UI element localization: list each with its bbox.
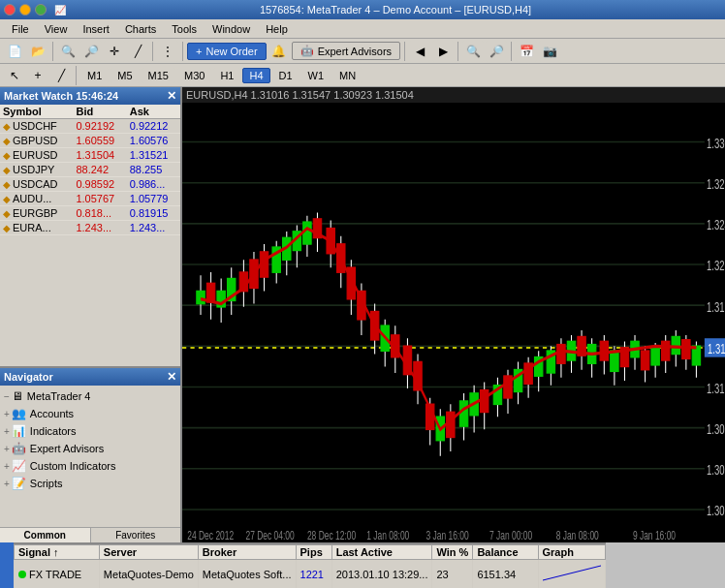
scroll-left-icon[interactable]: ◀ <box>409 41 430 62</box>
zoom-out-icon[interactable]: 🔎 <box>80 41 102 62</box>
menu-window[interactable]: Window <box>205 21 258 37</box>
tf-m15[interactable]: M15 <box>142 68 175 83</box>
screenshot-icon[interactable]: 📷 <box>539 41 560 62</box>
signal-name: FX TRADE <box>15 560 100 589</box>
svg-rect-73 <box>459 401 467 426</box>
nav-item-accounts[interactable]: + 👥 Accounts <box>2 405 178 422</box>
col-graph[interactable]: Graph <box>538 545 605 560</box>
tf-h1[interactable]: H1 <box>213 68 240 83</box>
signal-row[interactable]: FX TRADE MetaQuotes-Demo MetaQuotes Soft… <box>15 560 606 589</box>
menu-charts[interactable]: Charts <box>117 21 164 37</box>
navigator-close[interactable]: ✕ <box>167 370 176 384</box>
nav-item-scripts[interactable]: + 📝 Scripts <box>2 475 178 492</box>
market-watch-close[interactable]: ✕ <box>167 89 176 103</box>
tf-m30[interactable]: M30 <box>177 68 211 83</box>
period-sep-icon[interactable]: ⋮ <box>157 41 178 62</box>
tf-h4[interactable]: H4 <box>242 68 269 83</box>
nav-item-custom-indicators[interactable]: + 📈 Custom Indicators <box>2 457 178 475</box>
new-order-button[interactable]: + New Order <box>187 43 267 60</box>
zoom-chart-out[interactable]: 🔎 <box>486 41 507 62</box>
nav-item-expert-advisors[interactable]: + 🤖 Expert Advisors <box>2 440 178 457</box>
draw-line-icon[interactable]: ╱ <box>50 65 72 86</box>
svg-text:1.31504: 1.31504 <box>708 341 725 357</box>
svg-rect-109 <box>651 348 659 365</box>
mw-symbol: ◆AUDU... <box>0 192 73 206</box>
open-icon[interactable]: 📂 <box>27 41 48 62</box>
close-button[interactable] <box>4 4 16 15</box>
tf-m5[interactable]: M5 <box>110 68 139 83</box>
svg-text:1.30855: 1.30855 <box>707 421 725 438</box>
calendar-icon[interactable]: 📅 <box>516 41 537 62</box>
nav-tab-favorites[interactable]: Favorites <box>91 528 181 542</box>
mw-row[interactable]: ◆EURGBP 0.818... 0.81915 <box>0 206 180 221</box>
chart-svg: 1.33085 1.32725 1.32415 1.32100 1.31790 … <box>182 103 725 542</box>
minimize-button[interactable] <box>19 4 31 15</box>
col-signal[interactable]: Signal ↑ <box>15 545 100 560</box>
new-chart-icon[interactable]: 📄 <box>4 41 25 62</box>
svg-text:1.33085: 1.33085 <box>707 136 725 152</box>
zoom-in-icon[interactable]: 🔍 <box>57 41 79 62</box>
left-panel: Market Watch 15:46:24 ✕ Symbol Bid Ask ◆… <box>0 87 182 542</box>
crosshair-icon[interactable]: ✛ <box>104 41 125 62</box>
mw-symbol: ◆USDJPY <box>0 163 73 177</box>
mw-row[interactable]: ◆EURA... 1.243... 1.243... <box>0 221 180 235</box>
expand-icon: + <box>4 479 10 489</box>
svg-text:27 Dec 04:00: 27 Dec 04:00 <box>246 528 295 542</box>
nav-item-indicators[interactable]: + 📊 Indicators <box>2 422 178 440</box>
tf-m1[interactable]: M1 <box>80 68 109 83</box>
mw-bid: 0.92192 <box>73 119 126 134</box>
window-title: 1576854: MetaTrader 4 – Demo Account – [… <box>70 4 721 15</box>
chart-title: EURUSD,H4 1.31016 1.31547 1.30923 1.3150… <box>186 89 414 101</box>
terminal-label[interactable]: Terminal <box>0 542 14 588</box>
chart-canvas[interactable]: 1.33085 1.32725 1.32415 1.32100 1.31790 … <box>182 103 725 542</box>
mw-row[interactable]: ◆USDJPY 88.242 88.255 <box>0 163 180 177</box>
nav-tab-common[interactable]: Common <box>0 528 91 542</box>
chart-area[interactable]: EURUSD,H4 1.31016 1.31547 1.30923 1.3150… <box>182 87 725 542</box>
svg-rect-25 <box>197 292 205 304</box>
nav-item-metatrader-4[interactable]: − 🖥 MetaTrader 4 <box>2 387 178 405</box>
line-icon[interactable]: ╱ <box>127 41 148 62</box>
col-server[interactable]: Server <box>99 545 198 560</box>
expert-icon: 🤖 <box>300 45 314 57</box>
alert-icon[interactable]: 🔔 <box>268 41 290 62</box>
mw-row[interactable]: ◆GBPUSD 1.60559 1.60576 <box>0 134 180 148</box>
mw-row[interactable]: ◆USDCAD 0.98592 0.986... <box>0 177 180 192</box>
col-broker[interactable]: Broker <box>198 545 296 560</box>
cursor-icon[interactable]: ↖ <box>4 65 25 86</box>
window-controls[interactable] <box>4 4 47 15</box>
mw-col-symbol[interactable]: Symbol <box>0 105 73 119</box>
tf-d1[interactable]: D1 <box>272 68 299 83</box>
tf-sep <box>76 66 77 85</box>
diamond-icon: ◆ <box>3 165 11 175</box>
mw-row[interactable]: ◆EURUSD 1.31504 1.31521 <box>0 148 180 163</box>
menu-help[interactable]: Help <box>258 21 296 37</box>
scroll-right-icon[interactable]: ▶ <box>432 41 454 62</box>
mw-row[interactable]: ◆AUDU... 1.05767 1.05779 <box>0 192 180 206</box>
menu-file[interactable]: File <box>4 21 37 37</box>
svg-text:1.31165: 1.31165 <box>707 381 725 397</box>
col-win-pct[interactable]: Win % <box>432 545 473 560</box>
mw-col-bid[interactable]: Bid <box>73 105 126 119</box>
svg-rect-107 <box>641 351 648 369</box>
signal-server: MetaQuotes-Demo <box>99 560 198 589</box>
maximize-button[interactable] <box>35 4 47 15</box>
col-pips[interactable]: Pips <box>296 545 331 560</box>
mw-row[interactable]: ◆USDCHF 0.92192 0.92212 <box>0 119 180 134</box>
signals-table-wrap: Signal ↑ Server Broker Pips Last Active … <box>14 544 606 588</box>
zoom-chart-in[interactable]: 🔍 <box>462 41 484 62</box>
menu-view[interactable]: View <box>37 21 76 37</box>
nav-item-icon: 🤖 <box>12 442 26 455</box>
crosshair2-icon[interactable]: + <box>27 65 48 86</box>
mw-col-ask[interactable]: Ask <box>127 105 180 119</box>
expand-icon: + <box>4 444 10 454</box>
mw-ask: 1.60576 <box>127 134 180 148</box>
mw-symbol: ◆EURGBP <box>0 206 73 221</box>
col-balance[interactable]: Balance <box>473 545 538 560</box>
col-last-active[interactable]: Last Active <box>331 545 432 560</box>
svg-text:1.32100: 1.32100 <box>707 258 725 274</box>
tf-w1[interactable]: W1 <box>301 68 331 83</box>
tf-mn[interactable]: MN <box>332 68 362 83</box>
menu-tools[interactable]: Tools <box>164 21 205 37</box>
expert-advisors-button[interactable]: 🤖 Expert Advisors <box>292 42 400 60</box>
menu-insert[interactable]: Insert <box>75 21 117 37</box>
